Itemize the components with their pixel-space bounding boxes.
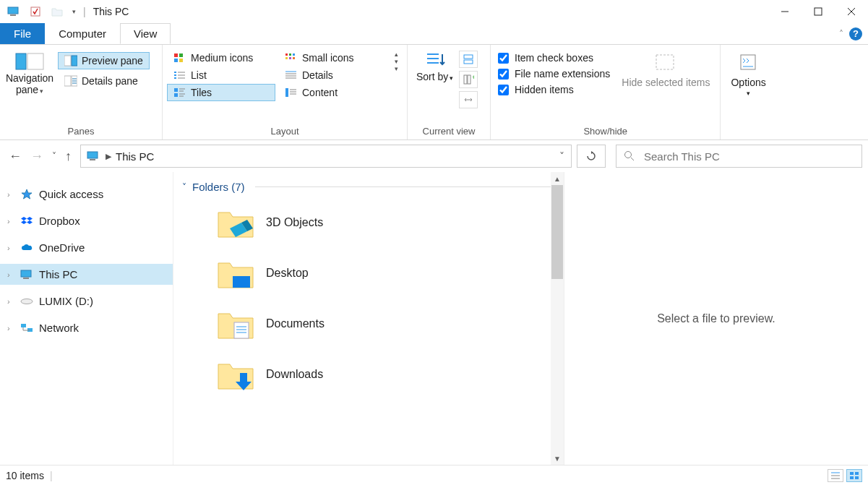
add-columns-button[interactable]: + (459, 71, 478, 88)
recent-locations-button[interactable]: ˅ (52, 151, 56, 161)
svg-rect-16 (174, 53, 178, 57)
layout-small-icons[interactable]: Small icons (278, 49, 387, 66)
item-check-boxes-checkbox[interactable]: Item check boxes (498, 52, 610, 64)
ribbon: Navigation pane▾ Preview pane Details pa… (0, 45, 868, 140)
new-folder-icon[interactable] (51, 5, 64, 18)
window-controls (768, 0, 868, 23)
close-button[interactable] (835, 0, 868, 23)
svg-rect-76 (850, 472, 854, 475)
svg-rect-22 (293, 53, 295, 56)
tile-3d-objects[interactable]: 3D Objects (179, 197, 564, 248)
sort-by-button[interactable]: Sort by▾ (412, 48, 457, 82)
svg-rect-78 (850, 476, 854, 479)
svg-rect-21 (289, 53, 291, 56)
tile-downloads[interactable]: Downloads (179, 349, 564, 400)
tree-this-pc[interactable]: ›This PC (0, 264, 173, 285)
details-view-toggle[interactable] (828, 469, 843, 482)
tab-view[interactable]: View (120, 23, 171, 44)
group-by-button[interactable] (459, 51, 478, 68)
search-input[interactable] (644, 150, 854, 163)
minimize-button[interactable] (768, 0, 802, 23)
search-box[interactable] (616, 145, 862, 168)
svg-rect-0 (8, 7, 18, 14)
collapse-ribbon-icon[interactable]: ˄ (839, 29, 843, 39)
svg-rect-57 (87, 152, 98, 158)
breadcrumb-this-pc[interactable]: This PC (111, 150, 158, 163)
tile-label: Documents (266, 317, 325, 330)
tree-dropbox[interactable]: ›Dropbox (0, 210, 173, 231)
search-icon (624, 150, 635, 162)
layout-details[interactable]: Details (278, 66, 387, 84)
layout-group-label: Layout (167, 124, 403, 140)
svg-rect-36 (174, 88, 178, 92)
filename-extensions-checkbox[interactable]: File name extensions (498, 68, 610, 80)
details-pane-button[interactable]: Details pane (58, 72, 150, 90)
help-icon[interactable]: ? (849, 27, 862, 40)
tree-onedrive[interactable]: ›OneDrive (0, 237, 173, 258)
preview-pane-button[interactable]: Preview pane (58, 52, 150, 69)
qat-dropdown-icon[interactable]: ▾ (72, 8, 76, 15)
tile-label: 3D Objects (266, 216, 323, 229)
tab-computer[interactable]: Computer (45, 23, 120, 44)
tile-desktop[interactable]: Desktop (179, 248, 564, 299)
vertical-scrollbar[interactable]: ▲ ▼ (551, 172, 564, 465)
nav-row: ← → ˅ ↑ ▶ This PC ˅ (0, 140, 868, 172)
svg-rect-25 (293, 57, 295, 59)
scroll-thumb[interactable] (551, 185, 563, 279)
status-bar: 10 items | (0, 465, 868, 485)
svg-rect-68 (233, 276, 250, 288)
address-bar[interactable]: ▶ This PC ˅ (80, 145, 572, 168)
svg-rect-79 (855, 476, 859, 479)
size-columns-button[interactable] (459, 91, 478, 108)
svg-rect-9 (64, 56, 71, 66)
tree-quick-access[interactable]: ›Quick access (0, 184, 173, 205)
drive-icon (20, 296, 33, 307)
layout-tiles[interactable]: Tiles (167, 84, 275, 101)
scro震-up-icon[interactable]: ▲ (551, 172, 564, 185)
ribbon-group-current-view: Sort by▾ + Current view (408, 45, 491, 140)
tiles-view-toggle[interactable] (846, 469, 862, 482)
svg-rect-58 (90, 159, 95, 160)
preview-pane: Select a file to preview. (564, 172, 868, 465)
tree-network[interactable]: ›Network (0, 317, 173, 338)
hidden-items-checkbox[interactable]: Hidden items (498, 84, 610, 95)
up-button[interactable]: ↑ (65, 149, 72, 164)
panes-group-label: Panes (4, 124, 158, 140)
layout-list[interactable]: List (167, 66, 275, 84)
ribbon-group-show-hide: Item check boxes File name extensions Hi… (491, 45, 721, 140)
svg-point-59 (625, 152, 632, 158)
breadcrumb-sep-icon[interactable]: ▶ (106, 152, 111, 161)
layout-content[interactable]: Content (278, 84, 387, 101)
folders-section-header[interactable]: ˅ Folders (7) (179, 179, 564, 197)
layout-more[interactable]: ▴▾▾ (390, 48, 403, 75)
maximize-button[interactable] (802, 0, 835, 23)
svg-rect-55 (741, 55, 755, 69)
tab-file[interactable]: File (0, 23, 45, 44)
forward-button[interactable]: → (30, 149, 43, 164)
svg-rect-50 (464, 60, 473, 64)
tile-documents[interactable]: Documents (179, 299, 564, 349)
svg-rect-49 (464, 55, 473, 59)
properties-icon[interactable] (29, 5, 42, 18)
svg-rect-26 (174, 72, 176, 73)
address-dropdown-icon[interactable]: ˅ (552, 150, 571, 162)
preview-empty-text: Select a file to preview. (657, 312, 775, 325)
pc-icon (20, 269, 33, 280)
svg-rect-62 (23, 278, 29, 279)
address-pc-icon (81, 151, 106, 161)
svg-rect-51 (464, 75, 467, 84)
details-pane-label: Details pane (82, 75, 138, 87)
layout-medium-icons[interactable]: Medium icons (167, 49, 275, 66)
svg-rect-17 (179, 53, 183, 57)
navigation-pane-button[interactable]: Navigation pane▾ (4, 48, 55, 95)
refresh-button[interactable] (577, 145, 606, 168)
hide-selected-button[interactable]: Hide selected items (616, 48, 716, 88)
tree-lumix[interactable]: ›LUMIX (D:) (0, 291, 173, 312)
svg-rect-24 (289, 57, 291, 59)
star-icon (20, 189, 33, 200)
window-title: This PC (93, 6, 129, 17)
back-button[interactable]: ← (9, 149, 22, 164)
scroll-down-icon[interactable]: ▼ (551, 452, 564, 465)
options-button[interactable]: Options ▾ (725, 48, 771, 97)
currentview-group-label: Current view (412, 124, 486, 140)
